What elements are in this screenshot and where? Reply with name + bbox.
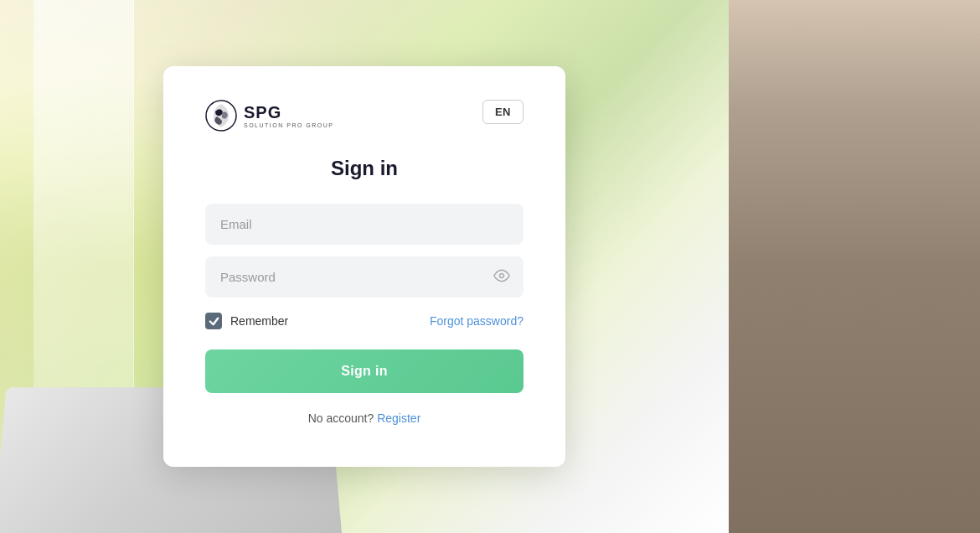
no-account-row: No account? Register (205, 411, 524, 425)
remember-checkbox[interactable] (205, 313, 222, 329)
remember-row: Remember Forgot password? (205, 313, 524, 329)
register-link[interactable]: Register (377, 411, 420, 425)
modal-overlay: SPG SOLUTION PRO GROUP EN Sign in (0, 0, 729, 533)
spg-logo-icon (205, 100, 237, 132)
logo-area: SPG SOLUTION PRO GROUP (205, 100, 334, 132)
language-button[interactable]: EN (482, 100, 524, 124)
password-wrapper (205, 256, 524, 298)
modal-header: SPG SOLUTION PRO GROUP EN (205, 100, 524, 132)
password-input[interactable] (205, 256, 524, 298)
forgot-password-link[interactable]: Forgot password? (430, 314, 524, 328)
email-group (205, 204, 524, 245)
remember-label: Remember (230, 314, 288, 328)
sign-in-title: Sign in (205, 157, 524, 180)
sign-in-button[interactable]: Sign in (205, 349, 524, 393)
background-right (729, 0, 980, 533)
logo-brand: SPG (244, 104, 334, 121)
logo-text: SPG SOLUTION PRO GROUP (244, 104, 334, 128)
remember-left: Remember (205, 313, 288, 329)
password-group (205, 256, 524, 298)
svg-point-1 (500, 273, 504, 277)
toggle-password-icon[interactable] (493, 267, 510, 287)
login-modal: SPG SOLUTION PRO GROUP EN Sign in (163, 66, 565, 467)
email-input[interactable] (205, 204, 524, 245)
no-account-text: No account? (308, 411, 374, 425)
logo-subtitle: SOLUTION PRO GROUP (244, 122, 334, 128)
